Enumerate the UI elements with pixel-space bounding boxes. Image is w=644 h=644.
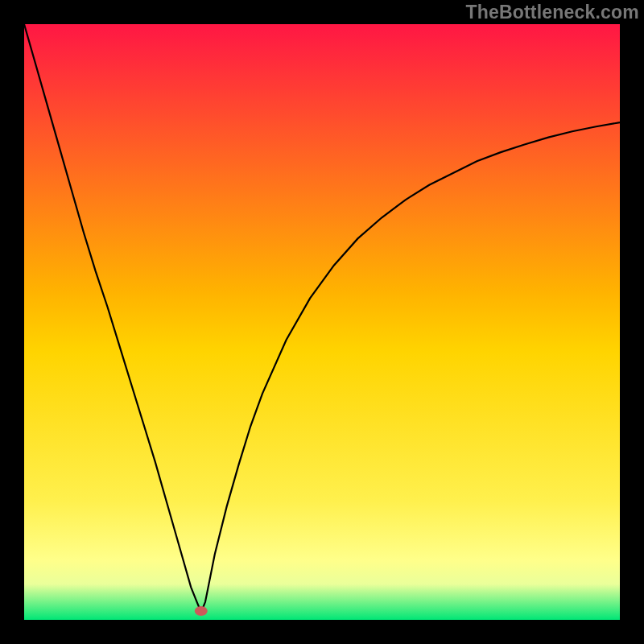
plot-area [24, 24, 620, 620]
bottleneck-curve-chart [0, 0, 644, 644]
chart-container: TheBottleneck.com [0, 0, 644, 644]
watermark-text: TheBottleneck.com [465, 2, 639, 23]
minimum-marker [195, 606, 208, 616]
